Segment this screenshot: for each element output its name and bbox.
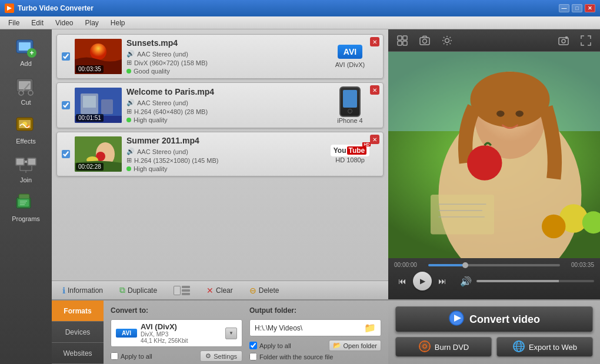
file-close-3[interactable]: ✕ [370, 135, 379, 144]
programs-icon [14, 193, 38, 214]
view-toggle[interactable] [170, 285, 194, 296]
effects-icon [14, 115, 38, 136]
sidebar-item-join[interactable]: Join [5, 151, 47, 187]
preview-controls: 00:00:00 00:03:35 ⏮ ▶ ⏭ 🔊 [388, 258, 600, 299]
duplicate-icon: ⧉ [119, 285, 125, 295]
burn-dvd-button[interactable]: Burn DVD [395, 337, 492, 357]
menu-play[interactable]: Play [79, 18, 105, 28]
sidebar-item-cut[interactable]: Cut [5, 73, 47, 109]
maximize-button[interactable]: □ [572, 4, 582, 12]
preview-video [388, 52, 600, 258]
convert-video-icon [448, 310, 465, 329]
file-info-3: Summer 2011.mp4 🔊 AAC Stereo (und) ⊞ H.2… [126, 136, 322, 172]
burn-dvd-label: Burn DVD [435, 343, 469, 352]
duplicate-button[interactable]: ⧉ Duplicate [116, 284, 161, 296]
file-list: 00:03:35 Sunsets.mp4 🔊 AAC Stereo (und) … [52, 29, 388, 280]
convert-video-button[interactable]: Convert video [395, 306, 593, 332]
file-format-1[interactable]: AVI AVI (DivX) [326, 45, 374, 68]
file-name-3: Summer 2011.mp4 [126, 136, 322, 145]
apply-to-all-checkbox[interactable] [249, 342, 257, 349]
file-format-2[interactable]: iPhone 4 [326, 86, 374, 124]
file-checkbox-3[interactable] [62, 150, 70, 158]
format-badge-avi: AVI [338, 45, 362, 59]
volume-slider[interactable] [476, 280, 594, 282]
play-button[interactable]: ▶ [413, 272, 432, 290]
file-checkbox-1[interactable] [62, 52, 70, 61]
menu-file[interactable]: File [2, 18, 25, 28]
titlebar: Turbo Video Converter — □ ✕ [0, 0, 600, 16]
format-label-3: HD 1080p [335, 156, 365, 163]
format-label-2: iPhone 4 [337, 117, 362, 124]
folder-source-checkbox[interactable] [249, 353, 257, 360]
menu-edit[interactable]: Edit [25, 18, 49, 28]
window-controls: — □ ✕ [559, 4, 595, 12]
sidebar-item-add[interactable]: + Add [5, 34, 47, 71]
svg-rect-75 [431, 195, 494, 235]
file-close-2[interactable]: ✕ [370, 85, 379, 95]
delete-icon: ⊖ [249, 286, 256, 295]
menu-help[interactable]: Help [105, 18, 131, 28]
preview-tool-brightness[interactable] [439, 32, 455, 49]
export-web-button[interactable]: Export to Web [496, 337, 593, 357]
action-bar: ℹ Information ⧉ Duplicate ✕ Clear [52, 280, 388, 299]
menu-video[interactable]: Video [49, 18, 79, 28]
cut-icon [14, 76, 38, 98]
information-button[interactable]: ℹ Information [59, 285, 106, 296]
settings-button[interactable]: ⚙ Settings [200, 350, 242, 362]
svg-point-71 [467, 145, 502, 180]
app-title: Turbo Video Converter [18, 4, 559, 12]
apply-all-convert: Apply to all [111, 352, 152, 360]
time-total: 00:03:35 [564, 262, 594, 268]
volume-button[interactable]: 🔊 [460, 276, 472, 287]
delete-button[interactable]: ⊖ Delete [246, 285, 283, 296]
format-selector[interactable]: AVI AVI (DivX) DivX, MP3 44,1 KHz, 256Kb… [111, 319, 242, 347]
file-duration-2: 00:01:51 [76, 114, 104, 122]
svg-point-30 [90, 44, 106, 60]
file-checkbox-2[interactable] [62, 101, 70, 109]
apply-all-checkbox[interactable] [111, 352, 118, 360]
slider-thumb [462, 262, 468, 268]
file-info-1: Sunsets.mp4 🔊 AAC Stereo (und) ⊞ DivX (9… [126, 38, 322, 75]
meta-video-1: ⊞ DivX (960×720) (158 MB) [126, 59, 322, 66]
svg-line-60 [450, 37, 451, 38]
sidebar-item-effects[interactable]: Effects [5, 112, 47, 148]
sidebar: + Add Cut [0, 29, 52, 364]
svg-point-70 [515, 111, 524, 117]
sidebar-item-programs[interactable]: Programs [5, 189, 47, 226]
sidebar-effects-label: Effects [16, 138, 35, 145]
preview-tool-fullscreen[interactable] [578, 32, 594, 49]
svg-point-52 [445, 38, 449, 42]
folder-browse-button[interactable]: 📁 [364, 322, 376, 333]
file-duration-3: 00:02:28 [76, 163, 104, 171]
preview-tool-grid[interactable] [394, 32, 411, 49]
playback-controls: ⏮ ▶ ⏭ [394, 272, 451, 290]
time-slider[interactable] [428, 264, 560, 266]
file-format-3[interactable]: You Tube HD HD 1080p [326, 145, 374, 163]
close-button[interactable]: ✕ [585, 4, 595, 12]
time-current: 00:00:00 [394, 262, 425, 268]
forward-button[interactable]: ⏭ [434, 273, 451, 289]
file-close-1[interactable]: ✕ [370, 37, 379, 46]
minimize-button[interactable]: — [559, 4, 569, 12]
tab-devices[interactable]: Devices [52, 322, 104, 343]
svg-rect-34 [83, 96, 96, 108]
svg-rect-63 [565, 36, 568, 39]
rewind-button[interactable]: ⏮ [394, 273, 411, 289]
meta-audio-1: 🔊 AAC Stereo (und) [126, 50, 322, 58]
output-path[interactable]: H:\.\My Videos\ 📁 [249, 319, 381, 336]
preview-tool-snapshot[interactable] [555, 32, 572, 49]
open-folder-button[interactable]: 📂 Open folder [329, 340, 381, 351]
convert-buttons-panel: Convert video Burn DVD [388, 299, 600, 364]
svg-rect-44 [182, 289, 190, 292]
preview-tool-camera[interactable] [416, 32, 433, 49]
convert-section: Convert to: AVI AVI (DivX) DivX, MP3 44,… [104, 300, 388, 364]
sidebar-programs-label: Programs [12, 215, 40, 222]
format-dropdown-arrow[interactable]: ▼ [225, 328, 237, 339]
main-area: + Add Cut [0, 29, 600, 364]
clear-button[interactable]: ✕ Clear [203, 285, 236, 296]
convert-to-section: Convert to: AVI AVI (DivX) DivX, MP3 44,… [111, 306, 242, 362]
sidebar-add-label: Add [20, 60, 32, 67]
tab-websites[interactable]: Websites [52, 343, 104, 364]
output-options: Apply to all 📂 Open folder Folder with t… [249, 340, 381, 360]
tab-formats[interactable]: Formats [52, 300, 104, 322]
